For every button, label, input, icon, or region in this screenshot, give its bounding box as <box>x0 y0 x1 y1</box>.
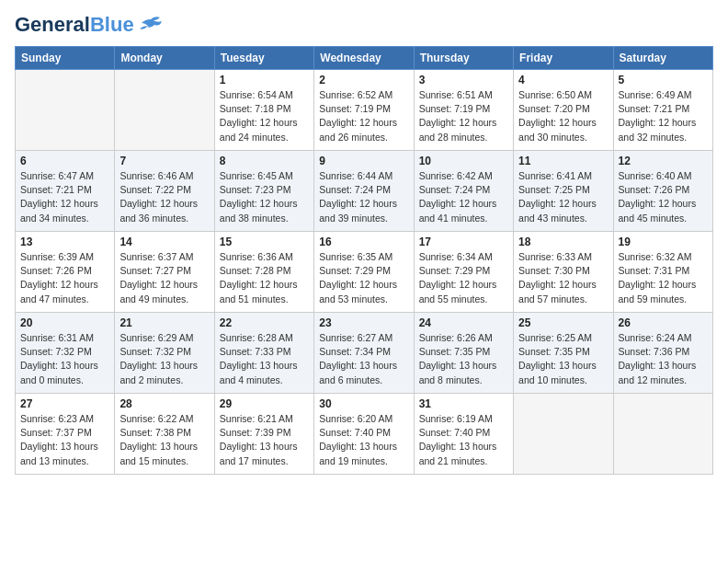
day-info: Sunrise: 6:26 AM Sunset: 7:35 PM Dayligh… <box>419 331 508 387</box>
calendar-cell: 28Sunrise: 6:22 AM Sunset: 7:38 PM Dayli… <box>115 394 214 475</box>
day-number: 7 <box>119 155 209 167</box>
day-number: 22 <box>220 316 309 329</box>
calendar-cell: 3Sunrise: 6:51 AM Sunset: 7:19 PM Daylig… <box>414 70 513 151</box>
day-number: 12 <box>619 155 708 167</box>
day-info: Sunrise: 6:31 AM Sunset: 7:32 PM Dayligh… <box>20 331 109 387</box>
day-info: Sunrise: 6:42 AM Sunset: 7:24 PM Dayligh… <box>419 169 508 225</box>
day-number: 17 <box>419 236 508 248</box>
day-info: Sunrise: 6:40 AM Sunset: 7:26 PM Dayligh… <box>619 169 708 225</box>
day-info: Sunrise: 6:22 AM Sunset: 7:38 PM Dayligh… <box>119 412 209 468</box>
calendar-cell: 11Sunrise: 6:41 AM Sunset: 7:25 PM Dayli… <box>514 151 613 232</box>
week-row-4: 20Sunrise: 6:31 AM Sunset: 7:32 PM Dayli… <box>16 313 713 394</box>
day-info: Sunrise: 6:24 AM Sunset: 7:36 PM Dayligh… <box>619 331 708 387</box>
weekday-header-sunday: Sunday <box>16 47 115 70</box>
day-info: Sunrise: 6:47 AM Sunset: 7:21 PM Dayligh… <box>20 169 109 225</box>
calendar-cell <box>115 70 214 151</box>
day-info: Sunrise: 6:51 AM Sunset: 7:19 PM Dayligh… <box>419 88 508 144</box>
calendar-cell: 6Sunrise: 6:47 AM Sunset: 7:21 PM Daylig… <box>16 151 115 232</box>
day-number: 20 <box>20 316 109 329</box>
calendar-cell <box>613 394 712 475</box>
calendar-cell: 9Sunrise: 6:44 AM Sunset: 7:24 PM Daylig… <box>314 151 414 232</box>
logo-bird-icon <box>138 16 164 34</box>
day-number: 31 <box>419 397 508 410</box>
day-number: 21 <box>119 316 209 329</box>
day-info: Sunrise: 6:52 AM Sunset: 7:19 PM Dayligh… <box>319 88 408 144</box>
day-info: Sunrise: 6:54 AM Sunset: 7:18 PM Dayligh… <box>220 88 309 144</box>
day-number: 25 <box>518 316 608 329</box>
calendar-cell: 14Sunrise: 6:37 AM Sunset: 7:27 PM Dayli… <box>115 232 214 313</box>
logo-text: GeneralBlue <box>15 15 134 35</box>
calendar-table: SundayMondayTuesdayWednesdayThursdayFrid… <box>15 46 713 475</box>
weekday-header-monday: Monday <box>115 47 214 70</box>
day-number: 30 <box>319 397 408 410</box>
calendar-cell: 13Sunrise: 6:39 AM Sunset: 7:26 PM Dayli… <box>16 232 115 313</box>
day-number: 14 <box>119 236 209 248</box>
calendar-cell: 20Sunrise: 6:31 AM Sunset: 7:32 PM Dayli… <box>16 313 115 394</box>
day-info: Sunrise: 6:41 AM Sunset: 7:25 PM Dayligh… <box>518 169 608 225</box>
calendar-cell: 29Sunrise: 6:21 AM Sunset: 7:39 PM Dayli… <box>214 394 313 475</box>
day-number: 23 <box>319 316 408 329</box>
calendar-cell: 30Sunrise: 6:20 AM Sunset: 7:40 PM Dayli… <box>314 394 414 475</box>
week-row-2: 6Sunrise: 6:47 AM Sunset: 7:21 PM Daylig… <box>16 151 713 232</box>
day-info: Sunrise: 6:29 AM Sunset: 7:32 PM Dayligh… <box>119 331 209 387</box>
calendar-cell <box>16 70 115 151</box>
day-number: 26 <box>619 316 708 329</box>
calendar-cell: 2Sunrise: 6:52 AM Sunset: 7:19 PM Daylig… <box>314 70 414 151</box>
day-number: 27 <box>20 397 109 410</box>
weekday-header-row: SundayMondayTuesdayWednesdayThursdayFrid… <box>16 47 713 70</box>
weekday-header-tuesday: Tuesday <box>214 47 313 70</box>
day-info: Sunrise: 6:44 AM Sunset: 7:24 PM Dayligh… <box>319 169 408 225</box>
weekday-header-thursday: Thursday <box>414 47 513 70</box>
weekday-header-wednesday: Wednesday <box>314 47 414 70</box>
week-row-3: 13Sunrise: 6:39 AM Sunset: 7:26 PM Dayli… <box>16 232 713 313</box>
calendar-cell: 4Sunrise: 6:50 AM Sunset: 7:20 PM Daylig… <box>514 70 613 151</box>
day-info: Sunrise: 6:23 AM Sunset: 7:37 PM Dayligh… <box>20 412 109 468</box>
day-info: Sunrise: 6:36 AM Sunset: 7:28 PM Dayligh… <box>220 250 309 306</box>
day-number: 1 <box>220 74 309 86</box>
calendar-cell: 5Sunrise: 6:49 AM Sunset: 7:21 PM Daylig… <box>613 70 712 151</box>
day-number: 15 <box>220 236 309 248</box>
day-info: Sunrise: 6:34 AM Sunset: 7:29 PM Dayligh… <box>419 250 508 306</box>
calendar-cell: 24Sunrise: 6:26 AM Sunset: 7:35 PM Dayli… <box>414 313 513 394</box>
day-info: Sunrise: 6:32 AM Sunset: 7:31 PM Dayligh… <box>619 250 708 306</box>
logo: GeneralBlue <box>15 15 164 35</box>
calendar-cell: 31Sunrise: 6:19 AM Sunset: 7:40 PM Dayli… <box>414 394 513 475</box>
calendar-cell: 17Sunrise: 6:34 AM Sunset: 7:29 PM Dayli… <box>414 232 513 313</box>
calendar-cell: 1Sunrise: 6:54 AM Sunset: 7:18 PM Daylig… <box>214 70 313 151</box>
calendar-cell <box>514 394 613 475</box>
day-info: Sunrise: 6:39 AM Sunset: 7:26 PM Dayligh… <box>20 250 109 306</box>
day-number: 11 <box>518 155 608 167</box>
calendar-cell: 18Sunrise: 6:33 AM Sunset: 7:30 PM Dayli… <box>514 232 613 313</box>
calendar-cell: 22Sunrise: 6:28 AM Sunset: 7:33 PM Dayli… <box>214 313 313 394</box>
calendar-cell: 25Sunrise: 6:25 AM Sunset: 7:35 PM Dayli… <box>514 313 613 394</box>
calendar-cell: 12Sunrise: 6:40 AM Sunset: 7:26 PM Dayli… <box>613 151 712 232</box>
day-number: 16 <box>319 236 408 248</box>
day-info: Sunrise: 6:20 AM Sunset: 7:40 PM Dayligh… <box>319 412 408 468</box>
day-info: Sunrise: 6:27 AM Sunset: 7:34 PM Dayligh… <box>319 331 408 387</box>
day-number: 4 <box>518 74 608 86</box>
day-info: Sunrise: 6:19 AM Sunset: 7:40 PM Dayligh… <box>419 412 508 468</box>
day-info: Sunrise: 6:37 AM Sunset: 7:27 PM Dayligh… <box>119 250 209 306</box>
day-number: 24 <box>419 316 508 329</box>
day-number: 5 <box>619 74 708 86</box>
day-number: 29 <box>220 397 309 410</box>
day-number: 18 <box>518 236 608 248</box>
day-info: Sunrise: 6:35 AM Sunset: 7:29 PM Dayligh… <box>319 250 408 306</box>
day-info: Sunrise: 6:46 AM Sunset: 7:22 PM Dayligh… <box>119 169 209 225</box>
day-info: Sunrise: 6:33 AM Sunset: 7:30 PM Dayligh… <box>518 250 608 306</box>
day-info: Sunrise: 6:21 AM Sunset: 7:39 PM Dayligh… <box>220 412 309 468</box>
day-info: Sunrise: 6:25 AM Sunset: 7:35 PM Dayligh… <box>518 331 608 387</box>
calendar-cell: 21Sunrise: 6:29 AM Sunset: 7:32 PM Dayli… <box>115 313 214 394</box>
week-row-1: 1Sunrise: 6:54 AM Sunset: 7:18 PM Daylig… <box>16 70 713 151</box>
calendar-cell: 27Sunrise: 6:23 AM Sunset: 7:37 PM Dayli… <box>16 394 115 475</box>
day-info: Sunrise: 6:45 AM Sunset: 7:23 PM Dayligh… <box>220 169 309 225</box>
day-info: Sunrise: 6:49 AM Sunset: 7:21 PM Dayligh… <box>619 88 708 144</box>
calendar-cell: 16Sunrise: 6:35 AM Sunset: 7:29 PM Dayli… <box>314 232 414 313</box>
day-number: 28 <box>119 397 209 410</box>
weekday-header-saturday: Saturday <box>613 47 712 70</box>
day-number: 10 <box>419 155 508 167</box>
calendar-cell: 8Sunrise: 6:45 AM Sunset: 7:23 PM Daylig… <box>214 151 313 232</box>
week-row-5: 27Sunrise: 6:23 AM Sunset: 7:37 PM Dayli… <box>16 394 713 475</box>
page-header: GeneralBlue <box>15 15 713 35</box>
calendar-cell: 7Sunrise: 6:46 AM Sunset: 7:22 PM Daylig… <box>115 151 214 232</box>
